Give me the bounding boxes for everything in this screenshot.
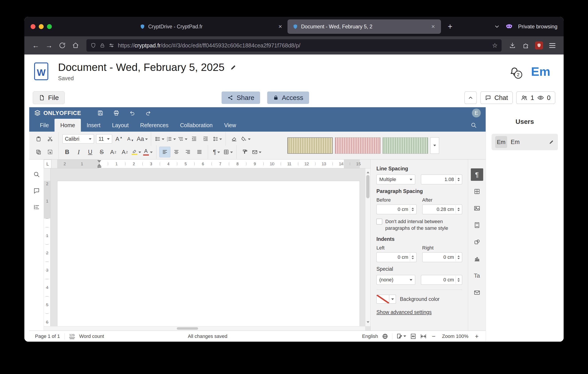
edit-user-name-pencil-icon[interactable]	[548, 139, 554, 145]
borders-button[interactable]	[223, 147, 233, 157]
menu-file[interactable]: File	[34, 119, 54, 132]
image-settings-tab[interactable]	[471, 202, 483, 215]
close-window-button[interactable]	[31, 24, 35, 29]
tab-stop-selector[interactable]: L	[44, 159, 51, 168]
superscript-button[interactable]: A2	[108, 147, 118, 157]
font-size-select[interactable]: 11	[96, 134, 112, 144]
highlight-color-button[interactable]	[131, 147, 142, 157]
style-preview-1[interactable]	[287, 137, 333, 154]
extensions-puzzle-icon[interactable]	[520, 40, 532, 52]
collapse-toolbar-button[interactable]	[464, 92, 477, 104]
menu-insert[interactable]: Insert	[81, 119, 106, 132]
no-interval-checkbox[interactable]	[377, 219, 382, 224]
select-all-icon[interactable]	[45, 147, 55, 157]
tracking-protection-shield-icon[interactable]	[90, 42, 96, 48]
menu-home[interactable]: Home	[54, 119, 81, 132]
clear-formatting-eraser-icon[interactable]	[229, 134, 240, 144]
horizontal-scrollbar[interactable]	[44, 326, 365, 331]
no-interval-checkbox-label[interactable]: Don't add interval between paragraphs of…	[385, 218, 462, 231]
find-search-icon[interactable]	[33, 171, 40, 178]
left-indent-marker[interactable]	[97, 166, 101, 168]
file-button[interactable]: File	[33, 91, 65, 104]
indent-right-spinner[interactable]: 0 cm	[422, 252, 462, 262]
tab-close-icon[interactable]: ×	[278, 23, 283, 30]
home-button[interactable]	[70, 40, 82, 52]
search-icon[interactable]	[467, 119, 481, 132]
paragraph-settings-tab[interactable]: ¶	[471, 168, 483, 181]
paragraph-shading-icon[interactable]	[240, 134, 251, 144]
align-left-button[interactable]	[159, 147, 170, 157]
reload-button[interactable]	[56, 40, 68, 52]
background-color-swatch[interactable]	[377, 295, 389, 303]
decrease-indent-icon[interactable]	[189, 134, 200, 144]
shape-settings-tab[interactable]	[471, 236, 483, 248]
menu-references[interactable]: References	[135, 119, 174, 132]
downloads-button[interactable]	[506, 40, 518, 52]
menu-layout[interactable]: Layout	[106, 119, 135, 132]
new-tab-button[interactable]: +	[445, 22, 455, 31]
hanging-indent-marker[interactable]	[97, 162, 101, 166]
cut-scissors-icon[interactable]	[45, 134, 55, 144]
align-right-button[interactable]	[183, 147, 193, 157]
table-settings-tab[interactable]	[471, 185, 483, 198]
special-indent-spinner[interactable]: 0 cm	[421, 275, 462, 285]
chat-button[interactable]: Chat	[480, 92, 513, 104]
font-color-button[interactable]: A	[142, 147, 153, 157]
style-preview-2[interactable]	[335, 137, 380, 154]
spell-checking-icon[interactable]	[396, 333, 406, 339]
vertical-scrollbar[interactable]	[365, 168, 370, 326]
page-indicator[interactable]: Page 1 of 1	[35, 333, 60, 339]
fit-page-icon[interactable]	[410, 333, 416, 339]
bold-button[interactable]: B	[62, 147, 73, 157]
user-avatar-initials[interactable]: Em	[531, 64, 550, 79]
zoom-out-button[interactable]: −	[430, 333, 437, 340]
horizontal-scrollbar-thumb[interactable]	[177, 327, 198, 330]
special-indent-select[interactable]: (none)	[377, 275, 415, 285]
multilevel-list-icon[interactable]	[177, 134, 188, 144]
strikethrough-button[interactable]: S	[96, 147, 107, 157]
horizontal-ruler[interactable]: 21123456789101112131415	[51, 159, 370, 168]
tab-document-active[interactable]: Document - Wed, February 5, 2 ×	[288, 20, 441, 33]
minimize-window-button[interactable]	[39, 24, 44, 29]
share-button[interactable]: Share	[221, 92, 260, 104]
print-icon[interactable]	[110, 108, 123, 118]
header-footer-settings-tab[interactable]	[471, 219, 483, 231]
vertical-ruler[interactable]: 21123456	[44, 168, 51, 331]
paste-icon[interactable]	[33, 134, 44, 144]
menu-view[interactable]: View	[219, 119, 242, 132]
background-color-picker[interactable]	[377, 295, 396, 303]
back-button[interactable]: ←	[30, 40, 42, 52]
textart-settings-tab[interactable]: Ta	[471, 270, 483, 282]
edit-title-pencil-icon[interactable]	[230, 64, 237, 71]
menu-collaboration[interactable]: Collaboration	[174, 119, 218, 132]
zoom-in-button[interactable]: +	[474, 333, 480, 340]
subscript-button[interactable]: A2	[119, 147, 130, 157]
increase-indent-icon[interactable]	[200, 134, 211, 144]
spacing-after-spinner[interactable]: 0.28 cm	[422, 205, 462, 214]
mail-merge-icon[interactable]	[251, 147, 262, 157]
mail-merge-settings-tab[interactable]	[471, 286, 483, 299]
url-bar[interactable]: https://cryptpad.fr/doc/#/3/doc/edit/ff0…	[86, 39, 502, 52]
style-preview-3[interactable]	[383, 137, 428, 154]
decrease-font-icon[interactable]: A▼	[125, 134, 136, 144]
save-icon[interactable]	[94, 108, 107, 118]
document-title[interactable]: Document - Wed, February 5, 2025	[58, 61, 224, 73]
navigation-headings-icon[interactable]	[33, 204, 40, 210]
ublock-origin-icon[interactable]	[533, 40, 545, 52]
permissions-sliders-icon[interactable]	[109, 42, 114, 48]
copy-icon[interactable]	[33, 147, 44, 157]
show-advanced-settings-link[interactable]: Show advanced settings	[377, 309, 431, 315]
user-list-item[interactable]: Em Em	[492, 134, 558, 150]
redo-icon[interactable]	[142, 108, 155, 118]
line-spacing-select[interactable]: Multiple	[377, 175, 415, 184]
list-all-tabs-chevron-icon[interactable]	[494, 23, 500, 30]
tab-cryptdrive[interactable]: CryptDrive - CryptPad.fr ×	[135, 20, 288, 33]
bookmark-star-icon[interactable]: ☆	[492, 42, 498, 49]
zoom-window-button[interactable]	[47, 24, 52, 29]
align-center-button[interactable]	[171, 147, 182, 157]
format-painter-icon[interactable]	[240, 147, 250, 157]
line-spacing-icon[interactable]	[212, 134, 222, 144]
spacing-before-spinner[interactable]: 0 cm	[377, 205, 417, 214]
underline-button[interactable]: U	[85, 147, 95, 157]
menu-hamburger-icon[interactable]	[546, 40, 558, 52]
